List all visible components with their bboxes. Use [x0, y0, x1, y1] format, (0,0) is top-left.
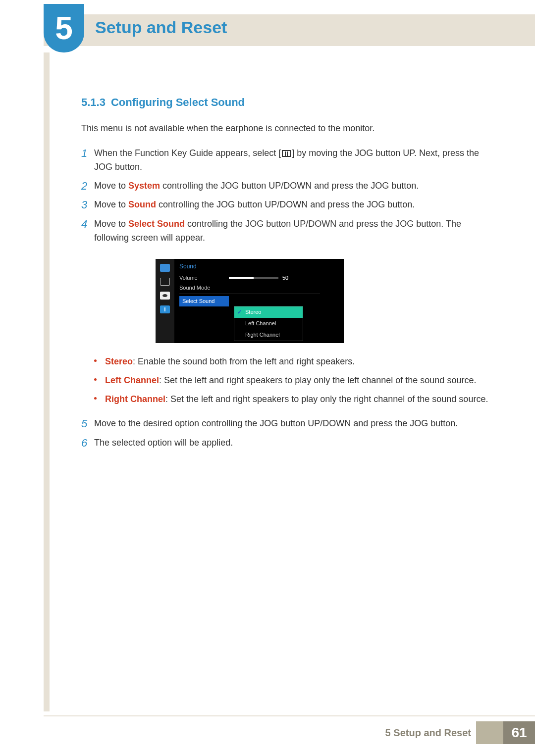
left-stripe: [44, 52, 50, 711]
step-text: Move to: [94, 181, 128, 191]
step-number: 1: [81, 147, 94, 161]
osd-option-left: Left Channel: [234, 318, 303, 329]
step-number: 4: [81, 217, 94, 232]
osd-title: Sound: [179, 262, 320, 271]
osd-volume-label: Volume: [179, 274, 229, 282]
step-body: Move to the desired option controlling t…: [94, 417, 495, 431]
page-content: 5.1.3 Configuring Select Sound This menu…: [81, 94, 495, 455]
step-5: 5 Move to the desired option controlling…: [81, 417, 495, 431]
osd-selectsound-label: Select Sound: [179, 296, 229, 306]
option-descriptions: Stereo: Enable the sound both from the l…: [94, 355, 495, 406]
step-1: 1 When the Function Key Guide appears, s…: [81, 147, 495, 174]
osd-screenshot: i Sound Volume 50 Sound Mode Select Soun…: [156, 259, 344, 343]
steps-list-cont: 5 Move to the desired option controlling…: [81, 417, 495, 450]
step-2: 2 Move to System controlling the JOG but…: [81, 179, 495, 194]
bullet-text: : Set the left and right speakers to pla…: [165, 394, 488, 404]
bullet-text: : Enable the sound both from the left an…: [133, 356, 355, 366]
section-number: 5.1.3: [81, 96, 106, 108]
step-number: 5: [81, 417, 94, 431]
osd-soundmode-row: Sound Mode: [179, 283, 320, 293]
step-text: controlling the JOG button UP/DOWN and p…: [160, 181, 419, 191]
step-6: 6 The selected option will be applied.: [81, 436, 495, 451]
step-3: 3 Move to Sound controlling the JOG butt…: [81, 198, 495, 212]
osd-soundmode-label: Sound Mode: [179, 284, 229, 292]
steps-list: 1 When the Function Key Guide appears, s…: [81, 147, 495, 245]
step-number: 2: [81, 179, 94, 194]
info-icon: i: [160, 305, 170, 313]
step-body: When the Function Key Guide appears, sel…: [94, 147, 495, 174]
osd-selectsound-row: Select Sound: [179, 296, 320, 306]
step-body: Move to Select Sound controlling the JOG…: [94, 217, 495, 245]
step-body: Move to Sound controlling the JOG button…: [94, 198, 495, 212]
section-title: Configuring Select Sound: [111, 96, 245, 108]
step-number: 6: [81, 436, 94, 451]
move-icon: [160, 278, 170, 286]
monitor-icon: [160, 264, 170, 272]
highlight: Select Sound: [128, 219, 185, 229]
step-body: The selected option will be applied.: [94, 436, 495, 450]
highlight: Sound: [128, 200, 156, 209]
volume-value: 50: [282, 274, 288, 282]
osd-option-stereo: Stereo: [234, 306, 303, 318]
step-text: When the Function Key Guide appears, sel…: [94, 148, 281, 158]
osd-right-pad: [324, 259, 344, 343]
volume-bar: [229, 277, 278, 279]
step-4: 4 Move to Select Sound controlling the J…: [81, 217, 495, 245]
step-text: controlling the JOG button UP/DOWN and p…: [156, 200, 415, 209]
highlight: Left Channel: [105, 375, 159, 385]
bullet-left: Left Channel: Set the left and right spe…: [94, 374, 495, 388]
step-number: 3: [81, 198, 94, 212]
menu-icon: [282, 150, 291, 157]
osd-main: Sound Volume 50 Sound Mode Select Sound …: [174, 259, 324, 343]
osd-dropdown: Stereo Left Channel Right Channel: [234, 306, 303, 341]
section-heading: 5.1.3 Configuring Select Sound: [81, 94, 495, 111]
footer-divider: [44, 715, 535, 716]
bullet-stereo: Stereo: Enable the sound both from the l…: [94, 355, 495, 369]
step-body: Move to System controlling the JOG butto…: [94, 179, 495, 193]
page-number: 61: [503, 721, 535, 744]
footer-chapter: 5 Setup and Reset: [385, 727, 471, 739]
footer-chip: [476, 721, 503, 744]
chapter-title: Setup and Reset: [95, 18, 227, 37]
osd-option-right: Right Channel: [234, 329, 303, 341]
step-text: Move to: [94, 219, 128, 229]
highlight: System: [128, 181, 160, 191]
intro-text: This menu is not available when the earp…: [81, 122, 495, 136]
highlight: Right Channel: [105, 394, 165, 404]
osd-sidebar: i: [156, 259, 174, 343]
bullet-right: Right Channel: Set the left and right sp…: [94, 393, 495, 406]
step-text: Move to: [94, 200, 128, 209]
highlight: Stereo: [105, 356, 133, 366]
gear-icon: [160, 292, 170, 300]
bullet-text: : Set the left and right speakers to pla…: [159, 375, 476, 385]
footer: 5 Setup and Reset 61: [385, 721, 535, 744]
osd-volume-row: Volume 50: [179, 273, 320, 283]
chapter-number-badge: 5: [44, 4, 84, 52]
divider: [179, 294, 320, 294]
